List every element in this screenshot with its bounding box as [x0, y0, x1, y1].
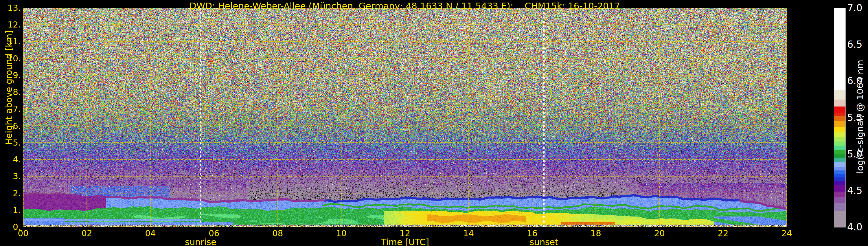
page-title: DWD: Helene-Weber-Allee (München, German…: [173, 1, 636, 11]
x-tick-label: 22: [710, 228, 736, 238]
colorbar-tick-label: 4.5: [847, 185, 868, 196]
colorbar-band: [834, 90, 845, 99]
colorbar-band: [834, 153, 845, 158]
sunrise-label: sunrise: [172, 237, 230, 246]
x-tick-label: 06: [201, 228, 227, 238]
x-tick-label: 20: [646, 228, 673, 238]
y-tick-label: 12.: [0, 20, 21, 29]
x-tick-label: 08: [265, 228, 291, 238]
colorbar-label: log(rc-signal) @ 1064 nm: [855, 60, 865, 174]
x-tick-label: 02: [74, 228, 100, 238]
y-tick-label: 10.: [0, 54, 21, 63]
colorbar-band: [834, 116, 845, 121]
colorbar-band: [834, 177, 845, 181]
y-tick-label: 3.: [0, 172, 21, 181]
x-tick-label: 12: [392, 228, 418, 238]
colorbar-band: [834, 8, 845, 90]
colorbar-band: [834, 162, 845, 167]
colorbar-band: [834, 196, 845, 203]
colorbar-band: [834, 203, 845, 211]
colorbar-band: [834, 127, 845, 132]
colorbar-band: [834, 121, 845, 127]
colorbar-band: [834, 113, 845, 116]
colorbar-tick-label: 6.5: [847, 39, 868, 50]
x-tick-label: 16: [519, 228, 545, 238]
y-tick-label: 4.: [0, 155, 21, 164]
colorbar: [834, 8, 845, 227]
colorbar-band: [834, 132, 845, 137]
colorbar-band: [834, 174, 845, 177]
y-tick-label: 11.: [0, 37, 21, 46]
x-tick-label: 24: [774, 228, 800, 238]
x-tick-label: 04: [137, 228, 163, 238]
colorbar-band: [834, 185, 845, 192]
y-tick-label: 0.: [0, 222, 21, 232]
x-tick-label: 14: [456, 228, 482, 238]
colorbar-band: [834, 145, 845, 149]
x-tick-label: 18: [583, 228, 609, 238]
ceilometer-quicklook: DWD: Helene-Weber-Allee (München, German…: [0, 0, 868, 246]
colorbar-band: [834, 99, 845, 106]
colorbar-tick-label: 4.0: [847, 222, 868, 233]
y-tick-label: 5.: [0, 138, 21, 147]
colorbar-band: [834, 106, 845, 113]
sunset-label: sunset: [515, 237, 573, 246]
x-axis-label: Time [UTC]: [370, 237, 440, 246]
colorbar-band: [834, 181, 845, 186]
colorbar-tick-label: 7.0: [847, 3, 868, 13]
colorbar-band: [834, 170, 845, 174]
y-tick-label: 2.: [0, 189, 21, 198]
colorbar-band: [834, 136, 845, 142]
y-tick-label: 9.: [0, 71, 21, 80]
y-tick-label: 7.: [0, 104, 21, 114]
heatmap-canvas: [23, 8, 787, 227]
x-tick-label: 10: [329, 228, 354, 238]
colorbar-band: [834, 191, 845, 196]
y-tick-label: 1.: [0, 206, 21, 215]
colorbar-band: [834, 158, 845, 162]
colorbar-band: [834, 167, 845, 171]
y-tick-label: 13.: [0, 3, 21, 12]
y-tick-label: 6.: [0, 121, 21, 130]
colorbar-band: [834, 149, 845, 153]
colorbar-band: [834, 142, 845, 146]
y-tick-label: 8.: [0, 87, 21, 97]
colorbar-band: [834, 211, 845, 227]
